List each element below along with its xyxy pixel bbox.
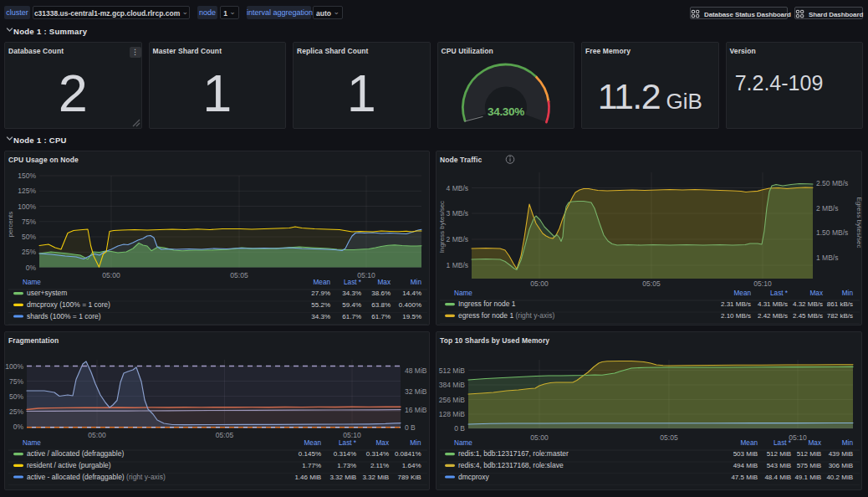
svg-text:3 MB/s: 3 MB/s bbox=[447, 209, 468, 218]
svg-text:0 B: 0 B bbox=[405, 423, 416, 432]
svg-text:Name: Name bbox=[23, 279, 41, 286]
svg-text:19.5%: 19.5% bbox=[402, 313, 421, 320]
svg-text:Mean: Mean bbox=[734, 289, 752, 297]
svg-text:0.145%: 0.145% bbox=[299, 450, 321, 458]
svg-text:256 MiB: 256 MiB bbox=[439, 396, 466, 404]
svg-text:1.77%: 1.77% bbox=[302, 462, 321, 469]
svg-text:34.3%: 34.3% bbox=[311, 313, 330, 320]
svg-text:861 kB/s: 861 kB/s bbox=[827, 300, 853, 308]
svg-text:384 MiB: 384 MiB bbox=[439, 381, 466, 389]
svg-text:Last *: Last * bbox=[774, 439, 792, 447]
svg-text:34.30%: 34.30% bbox=[488, 105, 524, 118]
svg-text:05:10: 05:10 bbox=[753, 279, 772, 288]
svg-text:05:05: 05:05 bbox=[660, 433, 678, 442]
svg-text:1 MB/s: 1 MB/s bbox=[816, 254, 838, 262]
svg-text:4.31 MB/s: 4.31 MB/s bbox=[758, 300, 788, 308]
svg-text:0%: 0% bbox=[13, 423, 24, 431]
svg-text:shards (100% = 1 core): shards (100% = 1 core) bbox=[27, 312, 101, 320]
svg-text:Min: Min bbox=[411, 279, 422, 286]
svg-text:4.32 MB/s: 4.32 MB/s bbox=[793, 300, 823, 308]
svg-text:50%: 50% bbox=[9, 392, 23, 401]
svg-text:49.1 MiB: 49.1 MiB bbox=[794, 474, 821, 481]
svg-text:512 MiB: 512 MiB bbox=[439, 366, 466, 375]
svg-text:4 MB/s: 4 MB/s bbox=[447, 184, 468, 192]
svg-text:2.45 MB/s: 2.45 MB/s bbox=[793, 312, 823, 320]
svg-text:Max: Max bbox=[376, 439, 389, 447]
svg-text:egress for node 1 (right y-axi: egress for node 1 (right y-axis) bbox=[458, 311, 554, 320]
svg-text:2.31 MB/s: 2.31 MB/s bbox=[721, 300, 751, 308]
svg-text:Last *: Last * bbox=[344, 279, 362, 286]
svg-text:05:00: 05:00 bbox=[88, 431, 106, 439]
svg-text:2.10 MB/s: 2.10 MB/s bbox=[721, 312, 751, 320]
svg-text:543 MiB: 543 MiB bbox=[767, 462, 791, 469]
svg-text:75%: 75% bbox=[9, 377, 23, 386]
svg-text:0.400%: 0.400% bbox=[399, 301, 421, 309]
svg-text:Mean: Mean bbox=[741, 439, 758, 447]
svg-text:0%: 0% bbox=[26, 264, 37, 272]
svg-text:575 MiB: 575 MiB bbox=[797, 462, 821, 469]
svg-text:redis:4, bdb:12317168, role:sl: redis:4, bdb:12317168, role:slave bbox=[458, 461, 564, 469]
svg-text:Last *: Last * bbox=[770, 289, 789, 297]
svg-text:2 MB/s: 2 MB/s bbox=[816, 204, 838, 213]
svg-text:0.314%: 0.314% bbox=[334, 450, 356, 458]
svg-text:05:00: 05:00 bbox=[530, 433, 549, 442]
svg-text:55.2%: 55.2% bbox=[311, 301, 330, 309]
svg-text:2 MB/s: 2 MB/s bbox=[447, 235, 468, 243]
svg-text:125%: 125% bbox=[18, 187, 36, 195]
svg-text:503 MiB: 503 MiB bbox=[733, 450, 758, 458]
svg-text:306 MiB: 306 MiB bbox=[829, 462, 853, 469]
svg-text:dmcproxy (100% = 1 core): dmcproxy (100% = 1 core) bbox=[27, 300, 110, 309]
svg-text:Max: Max bbox=[809, 439, 821, 447]
svg-text:61.7%: 61.7% bbox=[342, 313, 361, 320]
svg-text:05:05: 05:05 bbox=[642, 279, 661, 288]
svg-text:50%: 50% bbox=[22, 233, 36, 241]
svg-text:Ingress for node 1: Ingress for node 1 bbox=[458, 300, 516, 308]
svg-text:Max: Max bbox=[810, 289, 823, 297]
svg-text:32 MiB: 32 MiB bbox=[405, 387, 427, 396]
svg-text:25%: 25% bbox=[22, 248, 36, 256]
svg-text:512 MiB: 512 MiB bbox=[767, 450, 791, 458]
svg-text:59.4%: 59.4% bbox=[342, 301, 361, 309]
svg-text:Max: Max bbox=[378, 279, 391, 286]
svg-text:100%: 100% bbox=[18, 202, 36, 211]
svg-text:Mean: Mean bbox=[304, 439, 322, 447]
svg-text:0 B: 0 B bbox=[454, 424, 465, 433]
svg-text:1.73%: 1.73% bbox=[337, 462, 356, 469]
svg-text:789 KiB: 789 KiB bbox=[397, 474, 421, 481]
svg-text:34.3%: 34.3% bbox=[342, 289, 361, 297]
svg-text:1.46 MiB: 1.46 MiB bbox=[294, 474, 321, 481]
svg-text:3.32 MiB: 3.32 MiB bbox=[362, 474, 389, 481]
svg-text:128 MiB: 128 MiB bbox=[439, 410, 466, 418]
svg-text:14.4%: 14.4% bbox=[402, 289, 421, 297]
svg-text:3.32 MiB: 3.32 MiB bbox=[329, 474, 356, 481]
svg-text:150%: 150% bbox=[18, 172, 36, 180]
svg-text:05:10: 05:10 bbox=[789, 433, 807, 442]
svg-text:Last *: Last * bbox=[339, 439, 357, 447]
svg-text:2.42 MB/s: 2.42 MB/s bbox=[758, 312, 788, 320]
svg-text:05:00: 05:00 bbox=[530, 279, 549, 288]
svg-text:redis:1, bdb:12317167, role:ma: redis:1, bdb:12317167, role:master bbox=[458, 449, 569, 458]
svg-text:40.2 MiB: 40.2 MiB bbox=[826, 474, 853, 481]
svg-text:05:05: 05:05 bbox=[216, 431, 234, 439]
svg-text:Min: Min bbox=[842, 439, 854, 447]
svg-text:resident / active (purgable): resident / active (purgable) bbox=[27, 461, 111, 469]
svg-text:Name: Name bbox=[454, 289, 472, 297]
svg-text:439 MiB: 439 MiB bbox=[829, 450, 853, 458]
svg-text:782 kB/s: 782 kB/s bbox=[827, 312, 853, 320]
svg-text:Egress bytes/sec: Egress bytes/sec bbox=[855, 197, 863, 248]
svg-text:2.11%: 2.11% bbox=[370, 462, 389, 469]
svg-text:75%: 75% bbox=[22, 218, 36, 226]
svg-text:48.4 MiB: 48.4 MiB bbox=[764, 474, 791, 481]
svg-text:05:05: 05:05 bbox=[230, 271, 248, 279]
svg-text:Name: Name bbox=[454, 439, 472, 447]
svg-text:47.5 MiB: 47.5 MiB bbox=[731, 474, 758, 481]
svg-text:05:10: 05:10 bbox=[343, 431, 361, 439]
svg-text:0.0841%: 0.0841% bbox=[395, 450, 421, 458]
svg-text:494 MiB: 494 MiB bbox=[733, 462, 758, 469]
svg-text:Ingress bytes/sec: Ingress bytes/sec bbox=[438, 201, 446, 253]
svg-text:61.7%: 61.7% bbox=[371, 313, 391, 320]
svg-text:active - allocated (defraggabl: active - allocated (defraggable) (right … bbox=[27, 473, 166, 481]
svg-text:512 MiB: 512 MiB bbox=[797, 450, 821, 458]
svg-text:1.50 MB/s: 1.50 MB/s bbox=[816, 228, 848, 237]
svg-text:Min: Min bbox=[842, 289, 854, 297]
